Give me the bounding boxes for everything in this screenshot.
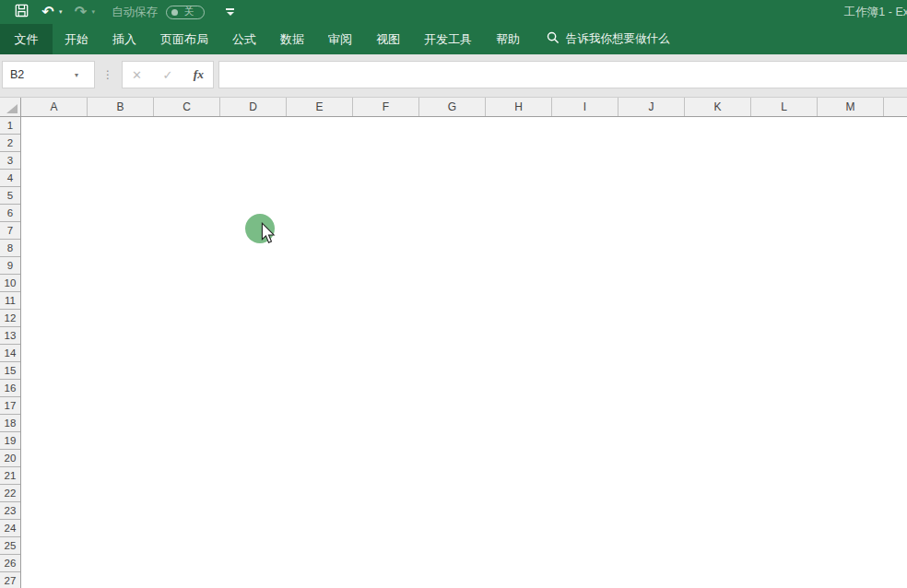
customize-qat-icon xyxy=(226,8,234,10)
column-header-partial[interactable] xyxy=(884,98,907,116)
row-header-3[interactable]: 3 xyxy=(0,152,20,170)
column-header-G[interactable]: G xyxy=(419,98,486,116)
select-all-button[interactable] xyxy=(0,98,21,116)
ribbon-tabs: 文件开始插入页面布局公式数据审阅视图开发工具帮助 xyxy=(0,24,532,54)
redo-button[interactable]: ↷ xyxy=(72,0,90,24)
row-header-1[interactable]: 1 xyxy=(0,117,20,135)
formula-bar: ▾ ⋮ ✕ ✓ fx xyxy=(0,54,907,98)
tab-data[interactable]: 数据 xyxy=(268,24,316,54)
row-header-27[interactable]: 27 xyxy=(0,572,20,588)
row-header-20[interactable]: 20 xyxy=(0,450,20,467)
select-all-triangle-icon xyxy=(6,104,18,113)
undo-dropdown-caret[interactable]: ▾ xyxy=(59,8,63,16)
tell-me-search[interactable]: 告诉我你想要做什么 xyxy=(547,24,670,54)
row-header-17[interactable]: 17 xyxy=(0,397,20,415)
tab-view[interactable]: 视图 xyxy=(364,24,412,54)
quick-access-toolbar: ↶ ▾ ↷ ▾ 自动保存 关 xyxy=(0,0,235,24)
column-header-H[interactable]: H xyxy=(486,98,552,116)
row-header-18[interactable]: 18 xyxy=(0,415,20,432)
save-button[interactable] xyxy=(12,0,30,24)
tell-me-label: 告诉我你想要做什么 xyxy=(566,31,670,47)
autosave-state: 关 xyxy=(184,6,194,18)
row-header-7[interactable]: 7 xyxy=(0,222,20,240)
row-header-15[interactable]: 15 xyxy=(0,362,20,380)
tab-help[interactable]: 帮助 xyxy=(484,24,532,54)
enter-icon[interactable]: ✓ xyxy=(162,68,172,82)
column-header-A[interactable]: A xyxy=(21,98,88,116)
grid-canvas[interactable] xyxy=(21,117,907,588)
row-header-26[interactable]: 26 xyxy=(0,555,20,572)
column-header-B[interactable]: B xyxy=(88,98,154,116)
row-header-5[interactable]: 5 xyxy=(0,187,20,205)
row-header-22[interactable]: 22 xyxy=(0,485,20,502)
undo-button[interactable]: ↶ xyxy=(39,0,57,24)
ribbon-tabbar: 文件开始插入页面布局公式数据审阅视图开发工具帮助 告诉我你想要做什么 xyxy=(0,24,907,54)
autosave-toggle[interactable]: 关 xyxy=(166,6,205,19)
name-box[interactable]: ▾ xyxy=(2,61,95,88)
row-header-12[interactable]: 12 xyxy=(0,310,20,327)
row-header-6[interactable]: 6 xyxy=(0,205,20,222)
row-header-strip: 1234567891011121314151617181920212223242… xyxy=(0,117,21,588)
titlebar: ↶ ▾ ↷ ▾ 自动保存 关 工作簿1 - Ex xyxy=(0,0,907,24)
save-icon xyxy=(15,4,29,21)
tab-developer[interactable]: 开发工具 xyxy=(412,24,484,54)
column-header-E[interactable]: E xyxy=(287,98,353,116)
toggle-dot-icon xyxy=(171,9,178,16)
tab-formulas[interactable]: 公式 xyxy=(220,24,268,54)
tab-review[interactable]: 审阅 xyxy=(316,24,364,54)
row-header-16[interactable]: 16 xyxy=(0,380,20,397)
cancel-icon[interactable]: ✕ xyxy=(132,68,142,82)
column-header-strip: ABCDEFGHIJKLM xyxy=(0,98,907,117)
formula-buttons: ✕ ✓ fx xyxy=(122,61,214,88)
customize-qat-button[interactable] xyxy=(225,8,235,16)
row-header-9[interactable]: 9 xyxy=(0,257,20,275)
column-header-M[interactable]: M xyxy=(818,98,884,116)
row-header-19[interactable]: 19 xyxy=(0,432,20,450)
column-headers: ABCDEFGHIJKLM xyxy=(21,98,907,116)
tab-file[interactable]: 文件 xyxy=(0,24,53,54)
row-header-2[interactable]: 2 xyxy=(0,135,20,152)
redo-dropdown-caret[interactable]: ▾ xyxy=(92,8,96,16)
tab-insert[interactable]: 插入 xyxy=(100,24,148,54)
column-header-I[interactable]: I xyxy=(552,98,618,116)
row-header-4[interactable]: 4 xyxy=(0,170,20,187)
row-header-8[interactable]: 8 xyxy=(0,240,20,257)
row-header-21[interactable]: 21 xyxy=(0,467,20,485)
row-header-25[interactable]: 25 xyxy=(0,537,20,555)
column-header-D[interactable]: D xyxy=(220,98,287,116)
column-header-J[interactable]: J xyxy=(618,98,685,116)
column-header-C[interactable]: C xyxy=(154,98,220,116)
name-box-dropdown-icon[interactable]: ▾ xyxy=(75,71,78,79)
window-title: 工作簿1 - Ex xyxy=(844,0,907,24)
search-icon xyxy=(547,31,560,48)
insert-function-icon[interactable]: fx xyxy=(194,67,204,82)
column-header-F[interactable]: F xyxy=(353,98,419,116)
column-header-L[interactable]: L xyxy=(751,98,818,116)
tab-page-layout[interactable]: 页面布局 xyxy=(148,24,220,54)
autosave-label: 自动保存 xyxy=(112,5,158,20)
row-header-14[interactable]: 14 xyxy=(0,345,20,362)
row-header-23[interactable]: 23 xyxy=(0,502,20,520)
row-header-13[interactable]: 13 xyxy=(0,327,20,345)
row-header-24[interactable]: 24 xyxy=(0,520,20,537)
row-header-11[interactable]: 11 xyxy=(0,292,20,310)
mouse-cursor-icon xyxy=(261,222,276,248)
tab-home[interactable]: 开始 xyxy=(53,24,100,54)
formula-input[interactable] xyxy=(218,61,907,88)
name-box-input[interactable] xyxy=(3,68,71,81)
undo-icon: ↶ xyxy=(41,5,53,19)
excel-window: ↶ ▾ ↷ ▾ 自动保存 关 工作簿1 - Ex 文件开始插入页面布局公式数据审… xyxy=(0,0,907,588)
redo-icon: ↷ xyxy=(75,5,87,19)
column-header-K[interactable]: K xyxy=(685,98,751,116)
formula-bar-splitter[interactable]: ⋮ xyxy=(101,61,114,88)
row-header-10[interactable]: 10 xyxy=(0,275,20,292)
